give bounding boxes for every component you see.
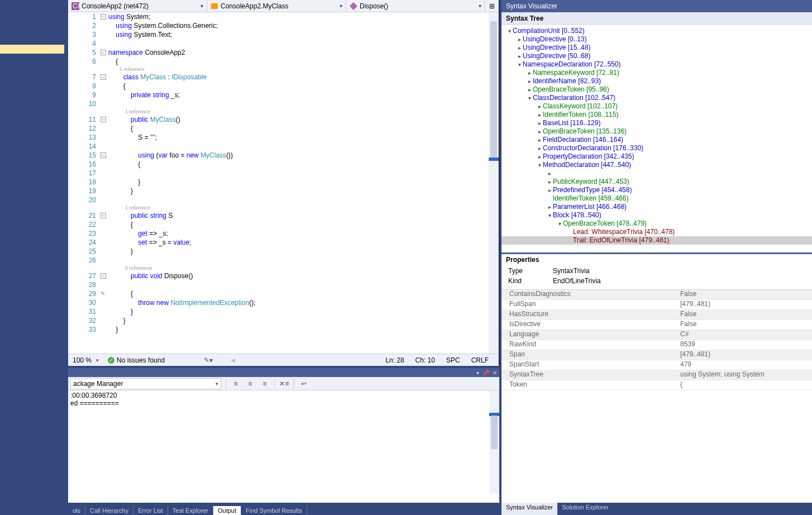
fold-toggle[interactable]: − bbox=[101, 74, 106, 80]
codelens-references[interactable]: 1 reference bbox=[108, 204, 489, 211]
tree-expander-icon[interactable]: ▸ bbox=[536, 111, 543, 119]
tree-node[interactable]: ▾Block [478..540) bbox=[501, 211, 812, 220]
tree-expander-icon[interactable]: ▸ bbox=[516, 35, 523, 44]
code-line[interactable] bbox=[108, 99, 489, 108]
word-wrap-icon[interactable]: ↩ bbox=[298, 378, 310, 389]
tree-expander-icon[interactable]: ▾ bbox=[506, 27, 513, 35]
code-line[interactable]: } bbox=[108, 178, 489, 187]
tree-node[interactable]: ▾MethodDeclaration [447..540) bbox=[501, 161, 812, 169]
nav-class-combo[interactable]: ConsoleApp2.MyClass ▾ bbox=[207, 0, 346, 12]
code-line[interactable]: using System; bbox=[108, 12, 489, 21]
tree-expander-icon[interactable]: ▾ bbox=[536, 161, 543, 169]
toolbar-extra-icon[interactable]: ✎▾ bbox=[204, 356, 213, 364]
syntax-tree[interactable]: ▾CompilationUnit [0..552)▸UsingDirective… bbox=[501, 25, 812, 252]
tree-expander-icon[interactable]: ▸ bbox=[546, 203, 553, 211]
bottom-tab-error-list[interactable]: Error List bbox=[133, 506, 168, 515]
code-line[interactable]: } bbox=[108, 247, 489, 256]
tree-node[interactable]: ▾NamespaceDeclaration [72..550) bbox=[501, 60, 812, 69]
window-position-icon[interactable]: ▾ bbox=[476, 370, 479, 376]
tree-expander-icon[interactable]: ▸ bbox=[536, 127, 543, 136]
code-line[interactable] bbox=[108, 334, 489, 343]
tree-node[interactable]: ▾CompilationUnit [0..552) bbox=[501, 27, 812, 35]
output-btn-1[interactable]: ≡ bbox=[230, 378, 242, 389]
fold-toggle[interactable]: − bbox=[101, 117, 106, 122]
tree-expander-icon[interactable]: ▾ bbox=[556, 220, 563, 228]
code-line[interactable]: using (var foo = new MyClass()) bbox=[108, 151, 489, 160]
tree-node[interactable]: ▸IdentifierName [82..93) bbox=[501, 77, 812, 85]
tree-node[interactable]: ▸UsingDirective [0..13) bbox=[501, 35, 812, 44]
tree-expander-icon[interactable]: ▸ bbox=[516, 52, 523, 60]
code-line[interactable]: using System.Text; bbox=[108, 30, 489, 39]
bottom-tab-call-hierarchy[interactable]: Call Hierarchy bbox=[85, 506, 133, 515]
property-grid-row[interactable]: HasStructureFalse bbox=[501, 310, 812, 320]
tree-node[interactable]: Trail: EndOfLineTrivia [479..481) bbox=[501, 236, 812, 245]
code-line[interactable]: { bbox=[108, 82, 489, 90]
nav-back-icon[interactable]: ◄ bbox=[230, 356, 236, 364]
tree-expander-icon[interactable]: ▾ bbox=[526, 94, 533, 102]
bottom-tab-ols[interactable]: ols bbox=[68, 506, 85, 515]
tree-node[interactable]: ▾ClassDeclaration [102..547) bbox=[501, 94, 812, 102]
vertical-scrollbar[interactable] bbox=[489, 12, 499, 354]
close-icon[interactable]: ✕ bbox=[493, 370, 497, 376]
tree-node[interactable]: ▸ bbox=[501, 169, 812, 178]
code-line[interactable]: private string _s; bbox=[108, 90, 489, 99]
tree-expander-icon[interactable]: ▸ bbox=[516, 44, 523, 52]
tree-node[interactable]: ▸UsingDirective [50..68) bbox=[501, 52, 812, 60]
code-line[interactable]: ✎ { bbox=[108, 289, 489, 298]
code-line[interactable]: set => _s = value; bbox=[108, 238, 489, 247]
code-line[interactable]: { bbox=[108, 220, 489, 229]
code-line[interactable] bbox=[108, 142, 489, 151]
property-grid-row[interactable]: ContainsDiagnosticsFalse bbox=[501, 290, 812, 300]
code-line[interactable]: S = ""; bbox=[108, 133, 489, 142]
code-line[interactable]: } bbox=[108, 187, 489, 195]
output-scrollbar[interactable] bbox=[489, 390, 499, 494]
right-tab-solution-explorer[interactable]: Solution Explorer bbox=[557, 503, 613, 515]
codelens-references[interactable]: 1 reference bbox=[108, 66, 489, 73]
tree-node[interactable]: ▸PublicKeyword [447..453) bbox=[501, 178, 812, 186]
code-line[interactable]: class MyClass : IDisposable bbox=[108, 73, 489, 82]
codelens-references[interactable]: 0 references bbox=[108, 265, 489, 271]
tree-node[interactable]: ▸ParameterList [466..468) bbox=[501, 203, 812, 211]
clear-all-icon[interactable]: ✕≡ bbox=[278, 378, 290, 389]
tree-expander-icon[interactable]: ▸ bbox=[536, 102, 543, 111]
property-grid-row[interactable]: Token{ bbox=[501, 380, 812, 390]
code-line[interactable]: get => _s; bbox=[108, 229, 489, 238]
tree-expander-icon[interactable]: ▾ bbox=[546, 211, 553, 220]
chevron-down-icon[interactable]: ▾ bbox=[96, 357, 99, 363]
tree-expander-icon[interactable]: ▸ bbox=[526, 69, 533, 77]
nav-split-button[interactable]: ⊞ bbox=[485, 0, 499, 12]
code-line[interactable]: } bbox=[108, 316, 489, 325]
code-line[interactable]: { bbox=[108, 124, 489, 133]
tree-node[interactable]: ▸IdentifierToken [108..115) bbox=[501, 111, 812, 119]
property-grid-row[interactable]: RawKind8539 bbox=[501, 340, 812, 350]
tree-node[interactable]: ▸FieldDeclaration [146..164) bbox=[501, 136, 812, 144]
tree-node[interactable]: ▸UsingDirective [15..48) bbox=[501, 44, 812, 52]
property-grid-row[interactable]: FullSpan[479..481) bbox=[501, 300, 812, 310]
code-line[interactable]: namespace ConsoleApp2 bbox=[108, 48, 489, 57]
codelens-references[interactable]: 1 reference bbox=[108, 108, 489, 115]
nav-member-combo[interactable]: Dispose() ▾ bbox=[346, 0, 485, 12]
code-line[interactable]: public string S bbox=[108, 211, 489, 220]
nav-project-combo[interactable]: C# ConsoleApp2 (net472) ▾ bbox=[68, 0, 207, 12]
tree-node[interactable]: ▸PropertyDeclaration [342..435) bbox=[501, 152, 812, 161]
tree-expander-icon[interactable]: ▾ bbox=[516, 60, 523, 69]
code-line[interactable]: { bbox=[108, 160, 489, 169]
tree-expander-icon[interactable]: ▸ bbox=[546, 178, 553, 186]
tree-expander-icon[interactable]: ▸ bbox=[536, 152, 543, 161]
scrollbar-thumb[interactable] bbox=[490, 21, 497, 161]
pin-icon[interactable]: 📌 bbox=[483, 370, 489, 376]
code-line[interactable]: { bbox=[108, 57, 489, 66]
code-line[interactable]: } bbox=[108, 307, 489, 316]
code-line[interactable] bbox=[108, 169, 489, 178]
property-grid-row[interactable]: IsDirectiveFalse bbox=[501, 320, 812, 330]
property-grid-row[interactable]: LanguageC# bbox=[501, 330, 812, 340]
tree-node[interactable]: ▸BaseList [116..129) bbox=[501, 119, 812, 127]
tree-node[interactable]: ▸ConstructorDeclaration [176..330) bbox=[501, 144, 812, 152]
property-grid-row[interactable]: SyntaxTreeusing System; using System bbox=[501, 370, 812, 380]
code-line[interactable]: public MyClass() bbox=[108, 115, 489, 124]
tree-node[interactable]: ▸NamespaceKeyword [72..81) bbox=[501, 69, 812, 77]
fold-toggle[interactable]: − bbox=[101, 152, 106, 158]
code-line[interactable] bbox=[108, 256, 489, 265]
tree-node[interactable]: ▸ClassKeyword [102..107) bbox=[501, 102, 812, 111]
zoom-level[interactable]: 100 % bbox=[73, 356, 92, 364]
